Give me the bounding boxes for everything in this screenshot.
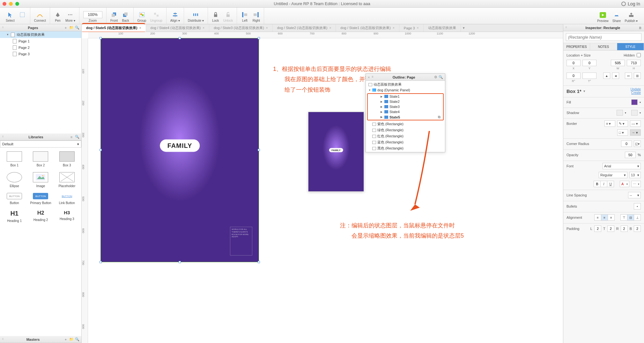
text-rotation-input[interactable] bbox=[582, 72, 596, 79]
arrow-style[interactable]: → ▾ bbox=[630, 129, 641, 136]
preview-btn[interactable]: Preview bbox=[595, 9, 611, 23]
ungroup-btn[interactable]: Ungroup bbox=[148, 8, 164, 23]
add-page-icon[interactable]: + bbox=[63, 26, 68, 30]
align-left[interactable]: ≡ bbox=[594, 214, 601, 221]
library-selector[interactable]: Default▾ bbox=[0, 141, 81, 148]
duplicate-icon[interactable]: ⧉ bbox=[438, 115, 440, 119]
tab-state5[interactable]: dog / State5 (动态面板切换效果)× bbox=[82, 24, 146, 32]
widget-placeholder[interactable]: Placeholder bbox=[55, 171, 79, 189]
select-tool[interactable]: Select bbox=[4, 8, 17, 23]
bullets-btn[interactable]: • bbox=[634, 203, 641, 210]
tab-state3[interactable]: dog / State3 (动态面板切换效果)× bbox=[209, 24, 273, 32]
widget-link-button[interactable]: BUTTONLink Button bbox=[55, 192, 79, 206]
add-folder-icon[interactable]: 📁 bbox=[69, 26, 74, 30]
inner-shadow[interactable] bbox=[631, 110, 638, 116]
italic-btn[interactable]: I bbox=[600, 181, 607, 187]
outline-rect-black[interactable]: 黑色 (Rectangle) bbox=[366, 145, 445, 151]
add-master-icon[interactable]: + bbox=[63, 337, 68, 342]
widget-box2[interactable]: Box 2 bbox=[29, 150, 52, 168]
font-color[interactable]: A▾ bbox=[620, 181, 629, 187]
outline-state2[interactable]: ▶State2 bbox=[368, 99, 443, 104]
outline-state1[interactable]: ▶State1 bbox=[368, 94, 443, 99]
tab-notes[interactable]: NOTES bbox=[590, 43, 617, 50]
outline-state5[interactable]: ▶State5⧉ bbox=[368, 114, 443, 120]
search-icon[interactable]: 🔍 bbox=[75, 135, 79, 139]
pad-top[interactable] bbox=[607, 225, 614, 232]
tab-properties[interactable]: PROPERTIES bbox=[563, 43, 590, 50]
zoom-control[interactable]: 100%Zoom bbox=[81, 8, 104, 23]
opacity-input[interactable] bbox=[625, 152, 636, 158]
search-icon[interactable]: 🔍 bbox=[439, 75, 443, 79]
minimize-window[interactable] bbox=[9, 2, 13, 6]
maximize-window[interactable] bbox=[15, 2, 19, 6]
tab-overflow[interactable]: ▾ bbox=[461, 24, 467, 32]
font-family-select[interactable]: Arial▾ bbox=[603, 163, 641, 169]
create-style-link[interactable]: Create bbox=[631, 91, 641, 95]
tab-state2[interactable]: dog / State2 (动态面板切换效果)× bbox=[273, 24, 336, 32]
align-right[interactable]: ≡ bbox=[608, 214, 615, 221]
aspect-lock-icon[interactable]: ⇔ bbox=[625, 72, 632, 79]
close-icon[interactable]: × bbox=[266, 26, 268, 30]
page-item[interactable]: Page 1 bbox=[0, 38, 81, 44]
corner-radius-input[interactable] bbox=[621, 141, 632, 147]
tab-style[interactable]: STYLE bbox=[617, 43, 644, 50]
outline-panel[interactable]: × ⠿ Outline: Page ⚙ 🔍 动态面板切换效果 ▼dog (Dyn… bbox=[366, 73, 445, 152]
send-back[interactable]: Back bbox=[120, 8, 131, 23]
widget-ellipse[interactable]: Ellipse bbox=[3, 171, 26, 189]
family-button[interactable]: FAMILY bbox=[160, 140, 200, 152]
valign-top[interactable]: ⊤ bbox=[620, 214, 627, 221]
close-icon[interactable]: × bbox=[417, 26, 419, 30]
library-menu-icon[interactable]: ≡ bbox=[69, 135, 74, 139]
widget-h3[interactable]: H3Heading 3 bbox=[55, 209, 79, 224]
widget-image[interactable]: Image bbox=[29, 171, 52, 189]
lock-btn[interactable]: Lock bbox=[210, 8, 221, 23]
unlock-btn[interactable]: Unlock bbox=[221, 8, 235, 23]
fill-color-swatch[interactable] bbox=[631, 99, 638, 105]
autosize-icon[interactable]: ⊞ bbox=[634, 72, 641, 79]
design-stage[interactable]: FAMILY WORLD FOR ALL THERE'S ALWAYS ROOM… bbox=[88, 38, 563, 343]
update-style-link[interactable]: Update bbox=[631, 88, 641, 91]
page-item[interactable]: Page 2 bbox=[0, 44, 81, 51]
font-weight-select[interactable]: Regular▾ bbox=[599, 172, 627, 178]
tab-state1[interactable]: dog / State1 (动态面板切换效果)× bbox=[336, 24, 399, 32]
outline-rect-blue[interactable]: 蓝色 (Rectangle) bbox=[366, 139, 445, 145]
more-tools[interactable]: More ▾ bbox=[63, 8, 77, 23]
border-color[interactable]: ✎ ▾ bbox=[617, 120, 628, 127]
page-item-root[interactable]: ▼动态面板切换效果 bbox=[0, 31, 81, 38]
close-icon[interactable]: × bbox=[368, 75, 370, 79]
align-center[interactable]: ≡ bbox=[601, 214, 608, 221]
select-more[interactable] bbox=[17, 8, 28, 23]
pad-bottom[interactable] bbox=[634, 225, 641, 232]
widget-h1[interactable]: H1Heading 1 bbox=[3, 209, 26, 224]
w-input[interactable] bbox=[611, 60, 625, 66]
share-btn[interactable]: Share bbox=[611, 9, 623, 23]
outline-rect-purple[interactable]: 紫色 (Rectangle) bbox=[366, 121, 445, 127]
search-icon[interactable]: 🔍 bbox=[75, 337, 79, 342]
outline-dynamic-panel[interactable]: ▼dog (Dynamic Panel) bbox=[366, 88, 445, 93]
valign-middle[interactable]: ⊟ bbox=[627, 214, 634, 221]
outline-rect-green[interactable]: 绿色 (Rectangle) bbox=[366, 127, 445, 133]
font-extra[interactable]: ⋯▾ bbox=[631, 181, 641, 187]
align-menu[interactable]: Align ▾ bbox=[168, 8, 182, 23]
distribute-menu[interactable]: Distribute ▾ bbox=[186, 8, 206, 23]
tab-main[interactable]: 动态面板切换效果 bbox=[424, 24, 461, 32]
pad-left[interactable] bbox=[594, 225, 601, 232]
tab-state4[interactable]: dog / State4 (动态面板切换效果)× bbox=[146, 24, 210, 32]
widget-box3[interactable]: Box 3 bbox=[55, 150, 79, 168]
connect-tool[interactable]: Connect bbox=[32, 8, 48, 23]
selected-rectangle[interactable]: FAMILY WORLD FOR ALL THERE'S ALWAYS ROOM… bbox=[101, 38, 259, 262]
login-button[interactable]: Log In bbox=[621, 1, 640, 6]
corner-visibility[interactable]: ◱▾ bbox=[634, 141, 641, 147]
h-input[interactable] bbox=[627, 60, 641, 66]
flip-v-icon[interactable]: ◄ bbox=[612, 72, 619, 79]
search-icon[interactable]: 🔍 bbox=[75, 26, 79, 30]
font-size-select[interactable]: 13▾ bbox=[629, 172, 641, 178]
close-window[interactable] bbox=[3, 2, 6, 6]
bold-btn[interactable]: B bbox=[594, 181, 601, 187]
widget-primary-button[interactable]: BUTTONPrimary Button bbox=[29, 192, 52, 206]
add-folder-icon[interactable]: 📁 bbox=[69, 337, 74, 342]
border-style[interactable]: — ▾ bbox=[630, 120, 641, 127]
widget-button[interactable]: BUTTONButton bbox=[3, 192, 26, 206]
close-icon[interactable]: × bbox=[329, 26, 331, 30]
outer-shadow[interactable] bbox=[617, 110, 623, 116]
